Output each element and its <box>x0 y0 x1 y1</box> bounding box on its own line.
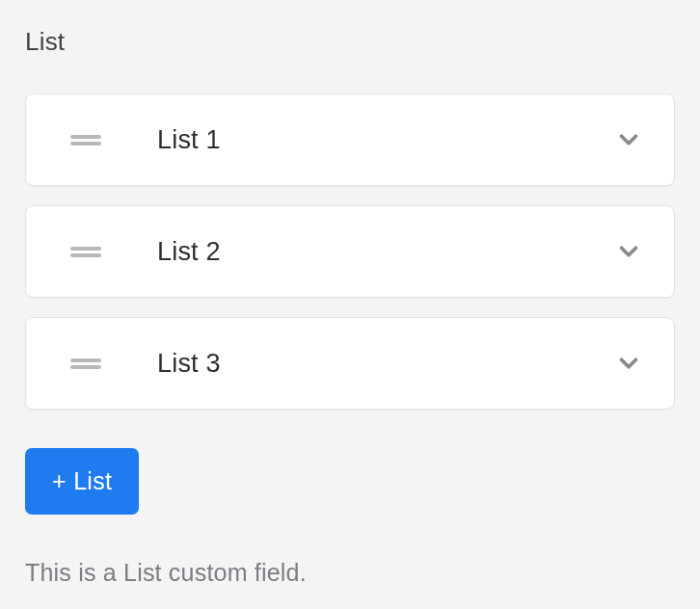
list-item-label: List 2 <box>157 237 614 267</box>
list-items-container: List 1 List 2 List 3 <box>25 93 675 410</box>
helper-text: This is a List custom field. <box>25 559 675 587</box>
list-item[interactable]: List 1 <box>25 93 675 186</box>
list-item[interactable]: List 2 <box>25 205 675 298</box>
list-item-label: List 3 <box>157 349 614 379</box>
chevron-down-icon[interactable] <box>614 125 643 154</box>
add-list-button[interactable]: + List <box>25 448 139 515</box>
list-item[interactable]: List 3 <box>25 317 675 410</box>
list-item-label: List 1 <box>157 125 614 155</box>
drag-handle-icon[interactable] <box>70 358 101 369</box>
drag-handle-icon[interactable] <box>70 247 101 257</box>
chevron-down-icon[interactable] <box>614 349 643 378</box>
drag-handle-icon[interactable] <box>70 135 101 146</box>
field-label: List <box>25 27 675 57</box>
chevron-down-icon[interactable] <box>614 237 643 266</box>
